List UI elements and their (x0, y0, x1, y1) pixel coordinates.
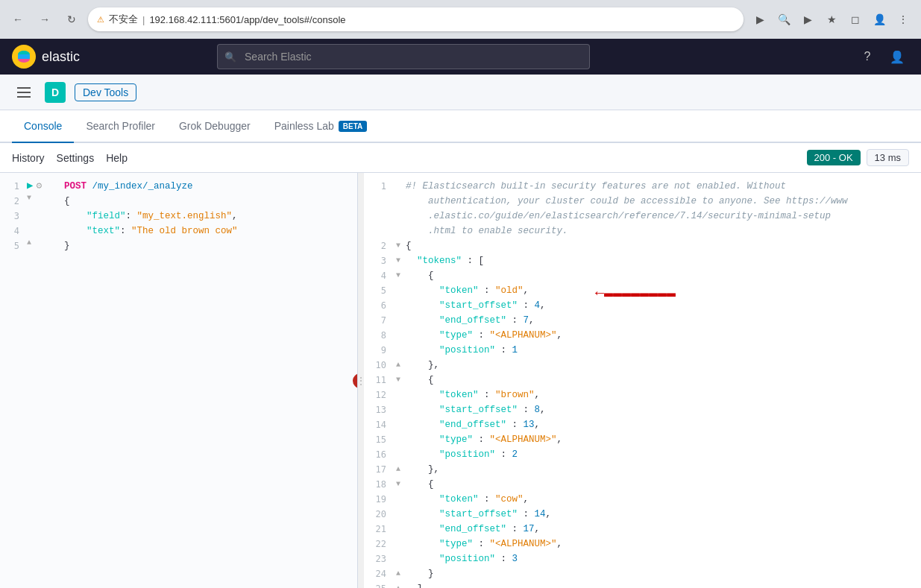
out-content-20: "start_offset" : 14, (406, 507, 921, 522)
tab-grok-debugger-label: Grok Debugger (179, 120, 251, 132)
output-line-1c: .elastic.co/guide/en/elasticsearch/refer… (364, 209, 921, 224)
out-num-21: 21 (364, 522, 391, 537)
output-line-14: 14 "end_offset" : 13, (364, 417, 921, 432)
tab-console[interactable]: Console (12, 110, 74, 143)
tab-painless-lab-label: Painless Lab (274, 120, 334, 132)
fold-icon-5[interactable]: ▲ (27, 238, 31, 247)
out-content-23: "position" : 3 (406, 551, 921, 566)
url-display: 192.168.42.111:5601/app/dev_tools#/conso… (149, 14, 345, 25)
out-num-16: 16 (364, 447, 391, 462)
out-gutter-18: ▼ (391, 477, 406, 492)
elastic-logo[interactable]: elastic (12, 45, 80, 69)
screenshot-btn[interactable]: ▶ (749, 9, 770, 30)
out-num-12: 12 (364, 388, 391, 402)
svg-rect-6 (17, 96, 31, 98)
editor-content[interactable]: 1 ▶ ⚙ POST /my_index/_analyze 2 ▼ { 3 " (0, 173, 357, 588)
editor-line-3: 3 "field": "my_text.english", (0, 209, 357, 224)
out-gutter-3: ▼ (391, 253, 406, 268)
out-content-18: { (406, 477, 921, 492)
out-content-22: "type" : "<ALPHANUM>", (406, 537, 921, 551)
editor-line-content-5: } (64, 238, 357, 253)
tab-search-profiler[interactable]: Search Profiler (74, 110, 167, 143)
out-num-7: 7 (364, 313, 391, 328)
out-content-4: { (406, 268, 921, 283)
out-content-9: "position" : 1 (406, 343, 921, 358)
cast-btn[interactable]: ▶ (797, 9, 818, 30)
out-content-1d: .html to enable security. (406, 224, 921, 238)
out-content-16: "position" : 2 (406, 447, 921, 462)
url-security-label: 不安全 (109, 13, 138, 26)
menu-btn[interactable]: ⋮ (893, 9, 914, 30)
help-icon[interactable]: ? (855, 45, 879, 69)
out-num-11: 11 (364, 373, 391, 388)
window-btn[interactable]: ◻ (845, 9, 866, 30)
refresh-button[interactable]: ↻ (61, 9, 82, 30)
zoom-btn[interactable]: 🔍 (773, 9, 794, 30)
beta-badge: BETA (339, 121, 367, 132)
output-line-18: 18 ▼ { (364, 477, 921, 492)
out-num-4: 4 (364, 268, 391, 283)
tab-grok-debugger[interactable]: Grok Debugger (167, 110, 263, 143)
out-content-1b: authentication, your cluster could be ac… (406, 194, 921, 209)
out-num-23: 23 (364, 551, 391, 566)
output-line-7: 7 "end_offset" : 7, (364, 313, 921, 328)
out-num-18: 18 (364, 477, 391, 492)
out-gutter-11: ▼ (391, 373, 406, 388)
output-line-1b: authentication, your cluster could be ac… (364, 194, 921, 209)
app-avatar: D (45, 82, 66, 103)
user-icon[interactable]: 👤 (885, 45, 909, 69)
panel-divider[interactable]: ⋮ (358, 173, 364, 588)
hamburger-menu-button[interactable] (12, 80, 36, 104)
settings-button[interactable]: Settings (57, 152, 95, 164)
line-num-3: 3 (0, 209, 27, 224)
out-num-3: 3 (364, 253, 391, 268)
editor-line-4: 4 "text": "The old brown cow" (0, 224, 357, 238)
time-badge: 13 ms (867, 149, 909, 166)
output-content[interactable]: 1 #! Elasticsearch built-in security fea… (364, 173, 921, 588)
address-bar[interactable]: ⚠ 不安全 | 192.168.42.111:5601/app/dev_tool… (88, 7, 744, 31)
output-panel: 1 #! Elasticsearch built-in security fea… (364, 173, 921, 588)
out-num-6: 6 (364, 298, 391, 313)
line-num-4: 4 (0, 224, 27, 238)
line-num-5: 5 (0, 238, 27, 253)
output-line-21: 21 "end_offset" : 17, (364, 522, 921, 537)
tab-painless-lab[interactable]: Painless Lab BETA (263, 110, 380, 143)
out-num-17: 17 (364, 462, 391, 477)
out-gutter-2: ▼ (391, 238, 406, 253)
out-num-9: 9 (364, 343, 391, 358)
bookmark-btn[interactable]: ★ (821, 9, 842, 30)
out-gutter-17: ▲ (391, 462, 406, 477)
out-num-8: 8 (364, 328, 391, 343)
svg-rect-3 (18, 54, 30, 59)
output-line-11: 11 ▼ { (364, 373, 921, 388)
output-line-22: 22 "type" : "<ALPHANUM>", (364, 537, 921, 551)
out-num-13: 13 (364, 402, 391, 417)
out-content-5: "token" : "old", (406, 283, 921, 298)
output-line-1: 1 #! Elasticsearch built-in security fea… (364, 179, 921, 194)
forward-button[interactable]: → (34, 9, 55, 30)
output-line-24: 24 ▲ } (364, 566, 921, 581)
out-content-7: "end_offset" : 7, (406, 313, 921, 328)
security-icon: ⚠ (97, 15, 104, 25)
output-line-4: 4 ▼ { (364, 268, 921, 283)
fold-icon-2[interactable]: ▼ (27, 194, 31, 202)
out-content-25: ] (406, 581, 921, 588)
run-button[interactable]: ▶ (27, 179, 33, 192)
app-title-button[interactable]: Dev Tools (75, 83, 136, 101)
profile-btn[interactable]: 👤 (869, 9, 890, 30)
help-button[interactable]: Help (106, 152, 128, 164)
history-button[interactable]: History (12, 152, 45, 164)
output-line-2: 2 ▼ { (364, 238, 921, 253)
out-gutter-10: ▲ (391, 358, 406, 373)
output-line-1d: .html to enable security. (364, 224, 921, 238)
elastic-search-input[interactable] (217, 44, 590, 69)
options-icon[interactable]: ⚙ (36, 180, 42, 192)
out-gutter-24: ▲ (391, 566, 406, 581)
output-line-13: 13 "start_offset" : 8, (364, 402, 921, 417)
back-button[interactable]: ← (7, 9, 28, 30)
line-num-2: 2 (0, 194, 27, 209)
output-line-17: 17 ▲ }, (364, 462, 921, 477)
out-num-10: 10 (364, 358, 391, 373)
out-content-24: } (406, 566, 921, 581)
out-num-5: 5 (364, 283, 391, 298)
